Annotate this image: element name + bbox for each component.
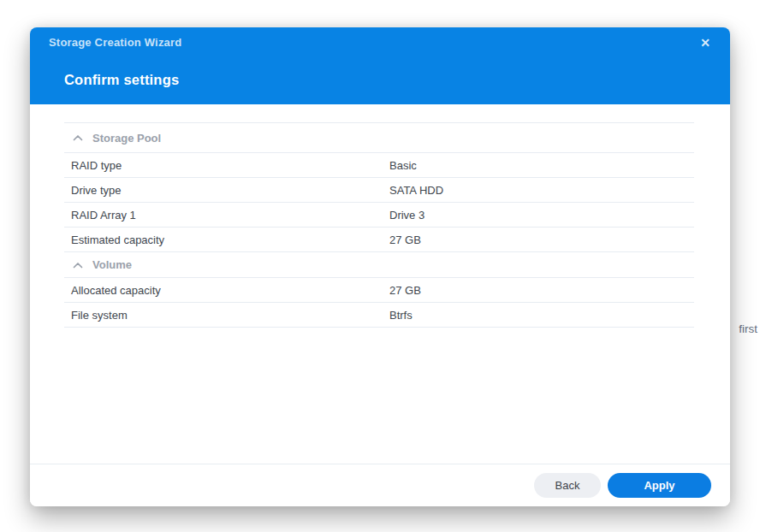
table-row: File system Btrfs xyxy=(64,303,694,328)
row-value: Btrfs xyxy=(389,309,413,322)
table-row: RAID type Basic xyxy=(64,153,694,178)
dialog-body: Storage Pool RAID type Basic Drive type … xyxy=(30,104,730,464)
chevron-up-icon xyxy=(73,262,83,269)
table-row: Estimated capacity 27 GB xyxy=(64,228,694,252)
section-label: Storage Pool xyxy=(92,132,161,145)
storage-creation-wizard-dialog: Storage Creation Wizard ✕ Confirm settin… xyxy=(30,27,730,506)
row-label: Drive type xyxy=(64,184,389,197)
row-label: File system xyxy=(64,309,389,322)
close-icon[interactable]: ✕ xyxy=(696,33,715,52)
chevron-up-icon xyxy=(73,134,83,141)
row-value: 27 GB xyxy=(389,284,421,297)
row-value: Drive 3 xyxy=(389,209,425,222)
row-label: RAID type xyxy=(64,159,389,172)
step-heading: Confirm settings xyxy=(64,72,179,88)
row-label: RAID Array 1 xyxy=(64,209,389,222)
row-label: Estimated capacity xyxy=(64,233,389,246)
table-row: Drive type SATA HDD xyxy=(64,178,694,203)
section-header-storage-pool[interactable]: Storage Pool xyxy=(64,123,694,153)
apply-button[interactable]: Apply xyxy=(608,473,711,498)
table-row: RAID Array 1 Drive 3 xyxy=(64,203,694,228)
section-header-volume[interactable]: Volume xyxy=(64,252,694,278)
row-value: SATA HDD xyxy=(389,184,443,197)
section-label: Volume xyxy=(92,258,132,271)
dialog-header: Storage Creation Wizard ✕ Confirm settin… xyxy=(30,27,730,104)
row-value: Basic xyxy=(389,159,417,172)
background-peek-text: first xyxy=(739,322,757,335)
row-label: Allocated capacity xyxy=(64,284,389,297)
back-button[interactable]: Back xyxy=(534,473,601,498)
settings-summary-table: Storage Pool RAID type Basic Drive type … xyxy=(64,122,694,328)
dialog-title: Storage Creation Wizard xyxy=(49,36,181,49)
dialog-footer: Back Apply xyxy=(30,464,730,506)
table-row: Allocated capacity 27 GB xyxy=(64,278,694,303)
row-value: 27 GB xyxy=(389,233,421,246)
